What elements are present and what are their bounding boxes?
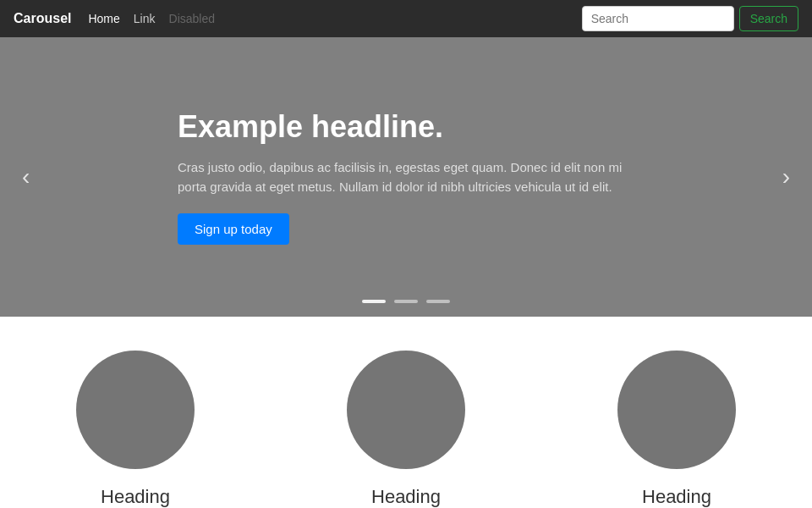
carousel-signup-button[interactable]: Sign up today [178, 213, 289, 245]
indicator-3[interactable] [426, 300, 450, 303]
column-2-image [347, 351, 465, 469]
carousel-next-button[interactable]: › [769, 155, 804, 199]
carousel-prev-button[interactable]: ‹ [8, 155, 43, 199]
carousel: ‹ Example headline. Cras justo odio, dap… [0, 37, 812, 317]
nav-link-link[interactable]: Link [134, 12, 156, 25]
indicator-1[interactable] [362, 300, 386, 303]
carousel-title: Example headline. [178, 109, 634, 145]
carousel-text: Cras justo odio, dapibus ac facilisis in… [178, 158, 634, 196]
column-1-image [76, 351, 195, 469]
navbar-search: Search [582, 6, 798, 31]
columns-container: Heading Donec sed odio dui. Etiam porta … [17, 351, 795, 508]
column-3: Heading Donec sed odio dui. Cras justo o… [558, 351, 795, 508]
nav-link-disabled: Disabled [169, 12, 215, 25]
column-3-heading: Heading [558, 486, 795, 508]
indicator-2[interactable] [394, 300, 418, 303]
nav-links: Home Link Disabled [88, 12, 581, 25]
column-1-heading: Heading [17, 486, 254, 508]
nav-link-home[interactable]: Home [88, 12, 119, 25]
navbar: Carousel Home Link Disabled Search [0, 0, 812, 37]
column-2-heading: Heading [288, 486, 524, 508]
search-button[interactable]: Search [739, 6, 798, 31]
search-input[interactable] [582, 6, 734, 31]
column-1: Heading Donec sed odio dui. Etiam porta … [17, 351, 254, 508]
carousel-indicators [362, 300, 450, 303]
navbar-brand[interactable]: Carousel [14, 11, 71, 26]
carousel-content: Example headline. Cras justo odio, dapib… [110, 109, 702, 245]
column-2: Heading Duis mollis, est non commodo luc… [288, 351, 524, 508]
content-section: Heading Donec sed odio dui. Etiam porta … [0, 317, 812, 508]
column-3-image [617, 351, 736, 469]
